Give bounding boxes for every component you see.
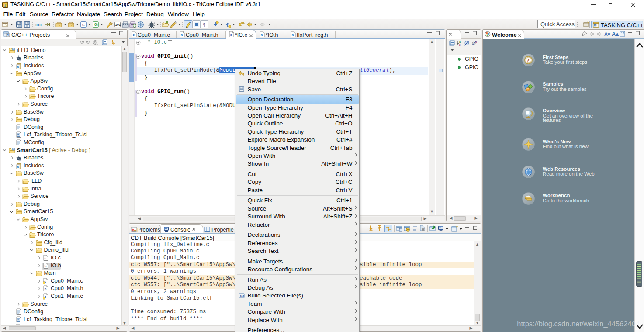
svg-text:c: c [230, 33, 232, 37]
svg-text:c: c [132, 33, 135, 37]
svg-text:101: 101 [115, 23, 121, 27]
svg-text:G: G [94, 22, 98, 27]
svg-text:¶: ¶ [203, 22, 205, 27]
svg-text:c: c [82, 22, 85, 27]
svg-text:z: z [459, 43, 461, 46]
svg-text:h: h [17, 165, 19, 168]
svg-text:C: C [7, 34, 9, 37]
svg-text:101: 101 [239, 295, 244, 298]
svg-text:T: T [4, 3, 7, 7]
svg-text:c: c [44, 256, 46, 260]
svg-text:h: h [291, 33, 294, 37]
svg-text:h: h [44, 287, 46, 291]
svg-text:h: h [180, 33, 183, 37]
svg-text:010: 010 [35, 24, 42, 27]
svg-text:a: a [459, 40, 461, 43]
svg-text:h: h [260, 33, 263, 37]
svg-text:h: h [17, 66, 19, 69]
svg-text:vz: vz [594, 24, 596, 27]
svg-text:h: h [44, 264, 46, 268]
